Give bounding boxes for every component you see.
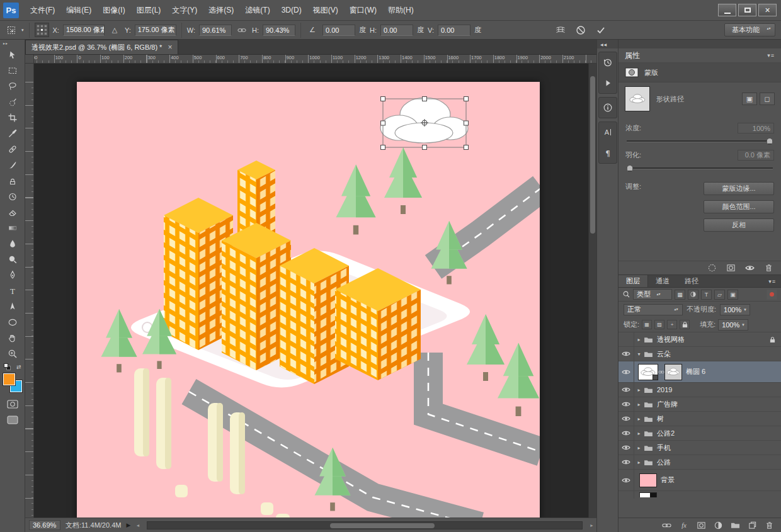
brush-tool[interactable] bbox=[3, 157, 23, 173]
vector-mask-thumbnail[interactable] bbox=[664, 364, 682, 380]
transform-tool-preset-icon[interactable] bbox=[5, 24, 18, 37]
blur-tool[interactable] bbox=[3, 235, 23, 251]
document-tab[interactable]: 透视效果2.psd @ 36.7% (椭圆 6, RGB/8) * × bbox=[25, 40, 178, 54]
menu-item-image[interactable]: 图像(I) bbox=[97, 3, 130, 18]
mask-edge-button[interactable]: 蒙版边缘... bbox=[704, 182, 774, 195]
filter-type-layers-icon[interactable]: T bbox=[701, 290, 712, 300]
menu-item-window[interactable]: 窗口(W) bbox=[344, 3, 382, 18]
crop-tool[interactable] bbox=[3, 110, 23, 125]
type-tool[interactable]: T bbox=[3, 283, 23, 298]
zoom-level-field[interactable]: 36.69% bbox=[29, 520, 60, 530]
filter-toggle-icon[interactable] bbox=[767, 290, 777, 300]
eraser-tool[interactable] bbox=[3, 204, 23, 220]
filter-adjustment-layers-icon[interactable] bbox=[688, 290, 698, 300]
y-position-field[interactable]: 175.00 像素 bbox=[135, 25, 176, 36]
expand-icon[interactable]: ▸ bbox=[634, 460, 644, 465]
vertical-scrollbar[interactable] bbox=[588, 64, 596, 518]
filter-type-select[interactable]: 类型 ▴▾ bbox=[633, 289, 672, 300]
layer-row-perspective-grid[interactable]: ▸ 透视网格 bbox=[619, 332, 781, 347]
adjustment-layer-icon[interactable] bbox=[714, 521, 723, 530]
layer-row-clouds[interactable]: ▾ 云朵 bbox=[619, 347, 781, 361]
screen-mode-button[interactable] bbox=[3, 412, 23, 427]
add-layer-mask-icon[interactable] bbox=[697, 521, 706, 530]
visibility-toggle[interactable] bbox=[619, 412, 634, 426]
visibility-toggle[interactable] bbox=[619, 441, 634, 455]
layer-style-fx-icon[interactable]: fx bbox=[679, 521, 689, 530]
quick-selection-tool[interactable] bbox=[3, 94, 23, 110]
clone-stamp-tool[interactable] bbox=[3, 173, 23, 188]
expand-icon[interactable]: ▸ bbox=[634, 337, 644, 342]
delete-layer-icon[interactable] bbox=[765, 521, 774, 530]
history-panel-icon[interactable] bbox=[602, 57, 613, 68]
visibility-toggle[interactable] bbox=[619, 361, 634, 382]
menu-item-edit[interactable]: 编辑(E) bbox=[60, 3, 97, 18]
expand-icon[interactable]: ▸ bbox=[634, 431, 644, 436]
foreground-color-swatch[interactable] bbox=[3, 373, 15, 385]
expand-icon[interactable]: ▸ bbox=[634, 416, 644, 422]
color-range-button[interactable]: 颜色范围... bbox=[704, 200, 774, 213]
tab-close-icon[interactable]: × bbox=[168, 43, 172, 52]
filter-pixel-layers-icon[interactable]: ▦ bbox=[675, 290, 685, 300]
preset-caret-icon[interactable]: ▾ bbox=[21, 28, 24, 33]
warp-mode-icon[interactable] bbox=[554, 24, 567, 37]
lock-transparency-icon[interactable]: ▦ bbox=[642, 320, 652, 329]
layer-thumbnail[interactable] bbox=[638, 364, 658, 380]
horizontal-ruler[interactable]: 0010001002003004005006007008009001000110… bbox=[34, 55, 596, 64]
feather-value-field[interactable]: 0.0 像素 bbox=[738, 150, 774, 161]
v-skew-field[interactable]: 0.00 bbox=[438, 25, 470, 36]
maintain-aspect-ratio-icon[interactable] bbox=[236, 24, 248, 37]
menu-item-filter[interactable]: 滤镜(T) bbox=[239, 3, 275, 18]
mask-link-icon[interactable] bbox=[658, 369, 664, 375]
density-value-field[interactable]: 100% bbox=[738, 123, 774, 133]
expand-icon[interactable]: ▸ bbox=[634, 445, 644, 451]
add-pixel-mask-icon[interactable]: ▣ bbox=[742, 93, 757, 105]
expand-icon[interactable]: ▸ bbox=[634, 387, 644, 393]
ruler-origin-box[interactable] bbox=[25, 55, 34, 64]
tab-layers[interactable]: 图层 bbox=[619, 275, 648, 287]
feather-slider[interactable] bbox=[627, 167, 773, 169]
feather-slider-knob[interactable] bbox=[627, 165, 633, 171]
invert-button[interactable]: 反相 bbox=[704, 218, 774, 232]
layer-row-road-2[interactable]: ▸ 公路2 bbox=[619, 426, 781, 441]
layer-row-road[interactable]: ▸ 公路 bbox=[619, 455, 781, 470]
tab-paths[interactable]: 路径 bbox=[677, 275, 706, 287]
minimize-button[interactable] bbox=[718, 4, 736, 16]
panel-menu-icon[interactable]: ▾≡ bbox=[768, 278, 781, 285]
artboard-canvas[interactable] bbox=[77, 82, 540, 518]
menu-item-help[interactable]: 帮助(H) bbox=[382, 3, 419, 18]
visibility-toggle[interactable] bbox=[619, 491, 634, 499]
quick-mask-button[interactable] bbox=[3, 396, 23, 412]
new-group-icon[interactable] bbox=[731, 521, 740, 529]
default-colors-icon[interactable] bbox=[4, 363, 11, 370]
swap-colors-icon[interactable]: ⇄ bbox=[16, 364, 21, 370]
width-scale-field[interactable]: 90.61% bbox=[199, 25, 232, 36]
menu-item-3d[interactable]: 3D(D) bbox=[276, 3, 307, 18]
info-panel-icon[interactable] bbox=[602, 102, 613, 113]
menu-item-select[interactable]: 选择(S) bbox=[203, 3, 239, 18]
horizontal-scrollbar[interactable] bbox=[147, 521, 583, 529]
relative-position-icon[interactable]: △ bbox=[108, 24, 121, 37]
expand-icon[interactable]: ▾ bbox=[634, 351, 644, 357]
load-selection-from-mask-icon[interactable] bbox=[707, 263, 717, 273]
character-panel-icon[interactable]: A bbox=[602, 127, 613, 138]
panel-menu-icon[interactable]: ▾≡ bbox=[767, 52, 775, 59]
reference-point-locator[interactable] bbox=[35, 23, 49, 37]
tab-channels[interactable]: 通道 bbox=[648, 275, 677, 287]
history-brush-tool[interactable] bbox=[3, 188, 23, 204]
vertical-scroll-thumb[interactable] bbox=[590, 76, 595, 234]
height-scale-field[interactable]: 90.43% bbox=[263, 25, 295, 36]
restore-button[interactable] bbox=[738, 4, 756, 16]
layer-row-phone[interactable]: ▸ 手机 bbox=[619, 441, 781, 455]
layer-row-partial[interactable] bbox=[619, 491, 781, 499]
delete-mask-icon[interactable] bbox=[764, 263, 773, 273]
menu-item-view[interactable]: 视图(V) bbox=[307, 3, 344, 18]
canvas-viewport[interactable] bbox=[34, 64, 596, 518]
hand-tool[interactable] bbox=[3, 330, 23, 346]
status-flyout-icon[interactable]: ▶ bbox=[126, 522, 130, 528]
lasso-tool[interactable] bbox=[3, 78, 23, 94]
menu-item-file[interactable]: 文件(F) bbox=[25, 3, 60, 18]
menu-item-layer[interactable]: 图层(L) bbox=[131, 3, 167, 18]
layer-thumbnail[interactable] bbox=[639, 473, 657, 487]
spot-healing-brush-tool[interactable] bbox=[3, 141, 23, 157]
visibility-toggle[interactable] bbox=[619, 332, 634, 346]
